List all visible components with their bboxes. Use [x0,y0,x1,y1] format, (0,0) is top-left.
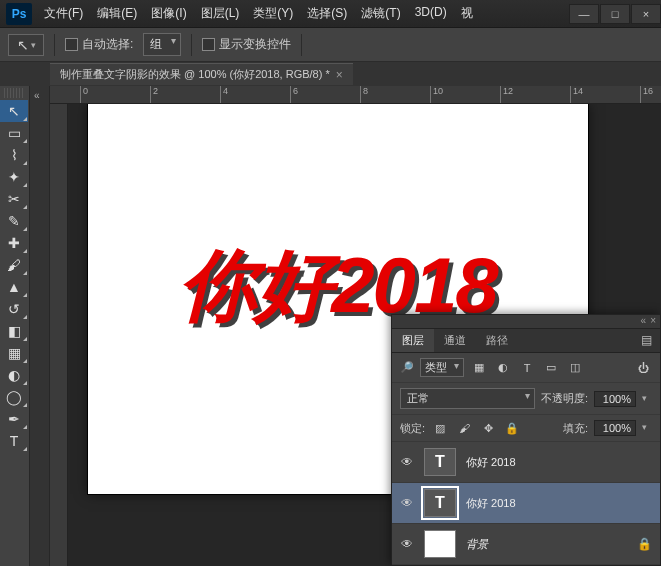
menu-filter[interactable]: 滤镜(T) [355,1,406,26]
document-tab-title: 制作重叠文字阴影的效果 @ 100% (你好2018, RGB/8) * [60,67,330,82]
menu-type[interactable]: 类型(Y) [247,1,299,26]
move-tool[interactable]: ↖ [0,100,28,122]
type-tool[interactable]: T [0,430,28,452]
layer-thumbnail-type: T [424,448,456,476]
filter-smart-icon[interactable]: ◫ [566,360,584,376]
history-brush-tool[interactable]: ↺ [0,298,28,320]
window-maximize-button[interactable]: □ [600,4,630,24]
panel-menu-icon[interactable]: ▤ [633,329,660,352]
panel-collapse-icon[interactable]: « [34,90,40,101]
visibility-toggle[interactable]: 👁 [400,496,414,510]
window-close-button[interactable]: × [631,4,661,24]
panel-close-icon[interactable]: × [650,315,656,326]
tab-paths[interactable]: 路径 [476,329,518,352]
lock-pixels-icon[interactable]: 🖌 [455,420,473,436]
options-bar: ↖▾ 自动选择: 组 显示变换控件 [0,28,661,62]
filter-shape-icon[interactable]: ▭ [542,360,560,376]
toolbox: ↖ ▭ ⌇ ✦ ✂ ✎ ✚ 🖌 ▲ ↺ ◧ ▦ ◐ ◯ ✒ T [0,86,30,566]
dodge-tool[interactable]: ◯ [0,386,28,408]
visibility-toggle[interactable]: 👁 [400,537,414,551]
layer-list: 👁 T 你好 2018 👁 T 你好 2018 👁 背景 🔒 [392,442,660,565]
layer-thumbnail-type: T [424,489,456,517]
healing-brush-tool[interactable]: ✚ [0,232,28,254]
fill-label: 填充: [563,421,588,436]
current-tool-indicator[interactable]: ↖▾ [8,34,44,56]
fill-field[interactable]: 100% [594,420,636,436]
layers-panel: « × 图层 通道 路径 ▤ 🔎 类型 ▦ ◐ T ▭ ◫ ⏻ 正常 不透明度:… [391,314,661,566]
pen-tool[interactable]: ✒ [0,408,28,430]
menu-view-truncated[interactable]: 视 [455,1,479,26]
opacity-field[interactable]: 100% [594,391,636,407]
window-minimize-button[interactable]: — [569,4,599,24]
brush-tool[interactable]: 🖌 [0,254,28,276]
blur-tool[interactable]: ◐ [0,364,28,386]
marquee-tool[interactable]: ▭ [0,122,28,144]
layer-name[interactable]: 你好 2018 [466,496,516,511]
lock-position-icon[interactable]: ✥ [479,420,497,436]
crop-tool[interactable]: ✂ [0,188,28,210]
auto-select-checkbox[interactable]: 自动选择: [65,36,133,53]
magic-wand-tool[interactable]: ✦ [0,166,28,188]
lock-icon: 🔒 [637,537,652,551]
ruler-vertical [50,104,68,566]
toolbox-grip[interactable] [4,88,25,98]
filter-pixel-icon[interactable]: ▦ [470,360,488,376]
menu-edit[interactable]: 编辑(E) [91,1,143,26]
filter-toggle[interactable]: ⏻ [634,360,652,376]
layer-name[interactable]: 背景 [466,537,488,552]
ruler-horizontal: 0 2 4 6 8 10 12 14 16 [50,86,661,104]
gradient-tool[interactable]: ▦ [0,342,28,364]
eyedropper-tool[interactable]: ✎ [0,210,28,232]
clone-stamp-tool[interactable]: ▲ [0,276,28,298]
layer-row[interactable]: 👁 背景 🔒 [392,524,660,565]
document-tab[interactable]: 制作重叠文字阴影的效果 @ 100% (你好2018, RGB/8) * × [50,63,353,85]
lock-transparency-icon[interactable]: ▨ [431,420,449,436]
lock-label: 锁定: [400,421,425,436]
auto-select-target-dropdown[interactable]: 组 [143,33,181,56]
app-logo: Ps [6,3,32,25]
menu-3d[interactable]: 3D(D) [409,1,453,26]
filter-kind-dropdown[interactable]: 类型 [420,358,464,377]
lasso-tool[interactable]: ⌇ [0,144,28,166]
layer-name[interactable]: 你好 2018 [466,455,516,470]
tab-channels[interactable]: 通道 [434,329,476,352]
layer-row[interactable]: 👁 T 你好 2018 [392,442,660,483]
menu-layer[interactable]: 图层(L) [195,1,246,26]
blend-mode-dropdown[interactable]: 正常 [400,388,535,409]
menu-file[interactable]: 文件(F) [38,1,89,26]
filter-type-icon[interactable]: T [518,360,536,376]
menu-select[interactable]: 选择(S) [301,1,353,26]
eraser-tool[interactable]: ◧ [0,320,28,342]
menu-bar: 文件(F) 编辑(E) 图像(I) 图层(L) 类型(Y) 选择(S) 滤镜(T… [38,1,568,26]
layer-thumbnail-background [424,530,456,558]
filter-search-icon[interactable]: 🔎 [400,361,414,374]
opacity-label: 不透明度: [541,391,588,406]
tab-layers[interactable]: 图层 [392,329,434,352]
lock-all-icon[interactable]: 🔒 [503,420,521,436]
layer-row[interactable]: 👁 T 你好 2018 [392,483,660,524]
panel-collapse-icon[interactable]: « [641,315,647,326]
show-transform-checkbox[interactable]: 显示变换控件 [202,36,291,53]
menu-image[interactable]: 图像(I) [145,1,192,26]
filter-adjust-icon[interactable]: ◐ [494,360,512,376]
visibility-toggle[interactable]: 👁 [400,455,414,469]
document-tab-close[interactable]: × [336,68,343,82]
